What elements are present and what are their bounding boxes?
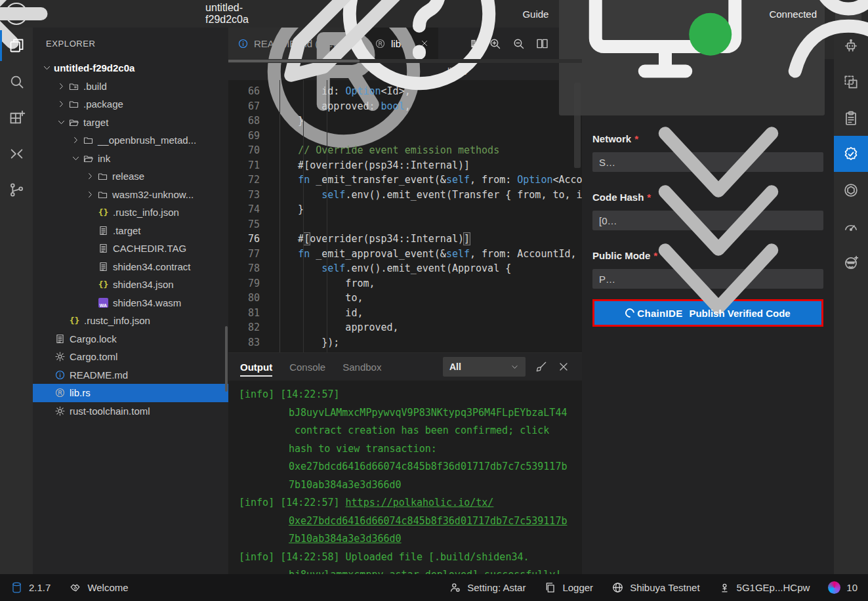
- close-icon[interactable]: [557, 360, 570, 373]
- tree-item[interactable]: CACHEDIR.TAG: [33, 239, 228, 258]
- status-bar: 2.1.7Welcome Setting: AstarLoggerShibuya…: [0, 574, 868, 601]
- activity-files-button[interactable]: [0, 28, 33, 64]
- project-title-wrap: untitled-f29d2c0a: [236, 0, 420, 28]
- tree-item[interactable]: {}shiden34.json: [33, 276, 228, 294]
- code-line: 66 id: Option<Id>,: [228, 84, 582, 99]
- activity-clipboard-button[interactable]: [834, 100, 868, 136]
- status-logger[interactable]: Logger: [544, 581, 593, 594]
- tree-item-label: lib.rs: [70, 387, 91, 398]
- activity-robot-button[interactable]: [834, 28, 868, 64]
- tree-item[interactable]: shiden34.contract: [33, 258, 228, 276]
- tree-item[interactable]: rust-toolchain.toml: [33, 402, 228, 421]
- clipboard-icon: [842, 110, 859, 127]
- tree-item[interactable]: .package: [33, 95, 228, 114]
- status-welcome[interactable]: Welcome: [69, 581, 128, 594]
- log-filter-value: All: [449, 362, 461, 372]
- tree-item[interactable]: Cargo.toml: [33, 348, 228, 366]
- output-tabs: OutputConsoleSandboxAll: [228, 353, 582, 381]
- line-number: 68: [228, 115, 274, 127]
- activity-openai-button[interactable]: [834, 172, 868, 208]
- tree-item[interactable]: Cargo.lock: [33, 330, 228, 348]
- activity-sandbox-button[interactable]: [834, 64, 868, 100]
- output-tab-output[interactable]: Output: [240, 353, 272, 381]
- robot-icon: [842, 37, 859, 54]
- activity-extensions-button[interactable]: [0, 100, 33, 136]
- branch-icon: [8, 181, 26, 199]
- status-5g1gep-hcpw[interactable]: 5G1GEp...HCpw: [718, 581, 810, 594]
- avatar-button[interactable]: [835, 4, 861, 24]
- log-line: [info] [14:22:58] Uploaded file [.build/…: [239, 549, 582, 567]
- log-link[interactable]: 7b10ab384a3e3d366d0: [289, 533, 402, 545]
- tree-item[interactable]: {}.rustc_info.json: [33, 203, 228, 222]
- tree-item[interactable]: release: [33, 167, 228, 186]
- status-shibuya-testnet[interactable]: Shibuya Testnet: [611, 581, 699, 594]
- status-setting-astar[interactable]: Setting: Astar: [449, 581, 526, 594]
- chevron-down-icon: [510, 363, 519, 371]
- tree-item[interactable]: target: [33, 114, 228, 132]
- tree-item-label: CACHEDIR.TAG: [113, 243, 186, 254]
- tree-item[interactable]: untitled-f29d2c0a: [33, 59, 228, 77]
- left-activity-bar: [0, 28, 33, 574]
- project-title: untitled-f29d2c0a: [205, 2, 249, 26]
- braces-icon: {}: [69, 316, 80, 325]
- file-tree: untitled-f29d2c0a.build.packagetarget__o…: [33, 59, 228, 420]
- code-line: 68 }: [228, 114, 582, 129]
- activity-source-control-button[interactable]: [0, 172, 33, 208]
- code-editor[interactable]: 66 id: Option<Id>,67 approved: bool,68 }…: [228, 80, 582, 352]
- output-tab-console[interactable]: Console: [289, 353, 325, 381]
- files-icon: [8, 37, 26, 54]
- code-line: 73 self.env().emit_event(Transfer { from…: [228, 188, 582, 203]
- tree-item[interactable]: __openbrush_metad...: [33, 131, 228, 150]
- status-2-1-7[interactable]: 2.1.7: [10, 581, 51, 594]
- tree-item-label: shiden34.contract: [113, 261, 190, 272]
- tree-item[interactable]: WAshiden34.wasm: [33, 294, 228, 312]
- tree-item-label: release: [112, 171, 144, 182]
- line-number: 79: [228, 278, 274, 289]
- line-number: 77: [228, 248, 274, 260]
- activity-search-button[interactable]: [0, 64, 33, 100]
- tree-item[interactable]: lib.rs: [33, 384, 228, 402]
- tree-item[interactable]: wasm32-unknow...: [33, 186, 228, 204]
- line-number: 82: [228, 321, 274, 333]
- editor-scrollbar[interactable]: [574, 83, 581, 168]
- compare-icon: [8, 145, 26, 163]
- status-label: 5G1GEp...HCpw: [737, 582, 810, 593]
- tree-item[interactable]: README.md: [33, 366, 228, 384]
- tree-item-label: rust-toolchain.toml: [70, 405, 150, 417]
- log-filter-select[interactable]: All: [443, 357, 526, 377]
- code-line: 72 fn _emit_transfer_event(&self, from: …: [228, 173, 582, 188]
- extensions-icon: [8, 109, 26, 127]
- tree-item-label: untitled-f29d2c0a: [54, 62, 134, 73]
- activity-verified-publish-button[interactable]: [834, 136, 868, 172]
- tree-item-label: .rustc_info.json: [84, 315, 150, 326]
- output-tab-sandbox[interactable]: Sandbox: [342, 353, 381, 381]
- top-bar: untitled-f29d2c0a Guide Connected: [0, 0, 868, 28]
- line-number: 83: [228, 337, 274, 348]
- code-line: 79 from,: [228, 276, 582, 291]
- activity-monkey-button[interactable]: [834, 244, 868, 280]
- code-line: 82 approved,: [228, 320, 582, 335]
- back-button[interactable]: [5, 3, 28, 25]
- tabstrip-scroll-thumb[interactable]: [228, 60, 360, 62]
- rust-icon: [54, 387, 66, 398]
- log-line: 7b10ab384a3e3d366d0: [239, 476, 582, 495]
- file-lines-icon: [98, 225, 109, 236]
- chevron-down-icon: [71, 154, 81, 163]
- status-10[interactable]: 10: [828, 581, 858, 594]
- public-mode-select[interactable]: Publish ABI & Source Code: [592, 269, 823, 289]
- line-number: 76: [228, 233, 274, 245]
- activity-compare-button[interactable]: [0, 136, 33, 172]
- output-panel: OutputConsoleSandboxAll [info] [14:22:57…: [228, 352, 582, 574]
- tree-item[interactable]: .target: [33, 222, 228, 240]
- sidebar-scrollbar[interactable]: [225, 326, 228, 392]
- tree-item[interactable]: ink: [33, 150, 228, 168]
- log-link[interactable]: 0xe27bdcd6416d66074c845b8f36d01717db7c7c…: [289, 515, 567, 527]
- tree-item-label: __openbrush_metad...: [98, 135, 196, 146]
- log-line: 0xe27bdcd6416d66074c845b8f36d01717db7c7c…: [239, 458, 582, 476]
- activity-gauge-button[interactable]: [834, 208, 868, 244]
- log-link[interactable]: https://polkaholic.io/tx/: [346, 497, 494, 508]
- line-number: 80: [228, 292, 274, 304]
- broom-icon[interactable]: [535, 360, 548, 373]
- tree-item[interactable]: {}.rustc_info.json: [33, 312, 228, 330]
- tree-item[interactable]: .build: [33, 77, 228, 96]
